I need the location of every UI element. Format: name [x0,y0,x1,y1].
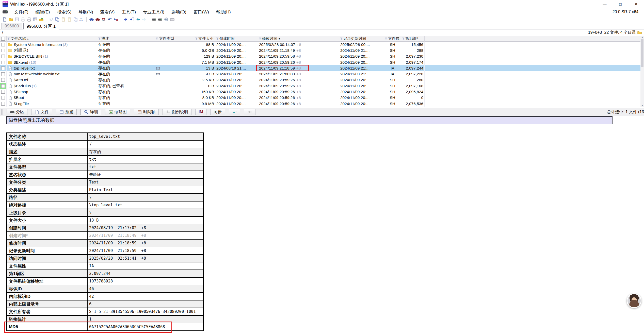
filter-funnel-icon[interactable] [195,38,198,40]
open-folder-icon[interactable] [8,16,14,22]
row-checkbox[interactable] [1,90,5,94]
maximize-button[interactable]: □ [613,0,628,8]
column-header-name[interactable]: 文件名称▲ [7,36,97,42]
filter-funnel-icon[interactable] [98,38,101,40]
filter-funnel-icon[interactable] [7,38,10,40]
menu-file[interactable]: 文件(F) [11,8,32,16]
menu-tools[interactable]: 工具(T) [118,8,139,16]
scrollbar-thumb[interactable] [641,39,643,67]
print-preview-icon[interactable] [20,16,26,22]
filter-funnel-icon[interactable] [340,38,343,40]
menu-specialist[interactable]: 专业工具(I) [139,8,168,16]
view-tab-detail[interactable]: 详细 [80,109,101,115]
menu-view[interactable]: 查看(V) [97,8,118,16]
annotation-box[interactable]: 磁盘快照后出现的数据 [6,116,613,124]
menu-navigation[interactable]: 导航(N) [75,8,97,16]
column-header-record_updated[interactable]: 记录更新时间 [339,36,384,42]
binary-copy-icon[interactable]: 101010 [78,16,85,22]
back-icon[interactable] [135,16,141,22]
avatar[interactable] [627,293,641,308]
column-header-created[interactable]: 创建时间 [215,36,258,42]
column-header-size[interactable]: 文件大小 [194,36,215,42]
export-icon[interactable] [38,16,44,22]
tab-996600-partition-1[interactable]: 996600, 分区 1 [23,23,59,29]
filter-funnel-icon[interactable] [216,38,219,40]
view-tab-preview[interactable]: 预览 [56,109,77,115]
scroll-up-icon[interactable]: ▲ [641,36,643,38]
toolbar-drag-handle[interactable] [1,109,3,115]
view-tab-im[interactable]: IM [195,109,206,115]
table-row[interactable]: $BadClus(1)存在的, 已查看0 B2024/11/09 20:...2… [0,83,640,89]
view-tab-partition[interactable]: 分区 [7,109,27,115]
select-all-checkbox[interactable] [1,37,5,41]
table-row[interactable]: $LogFile存在的9.9 MB2024/11/09 20:...2024/1… [0,101,640,107]
new-file-icon[interactable] [2,16,8,22]
interpret-image-icon[interactable] [151,16,157,22]
row-checkbox[interactable] [1,78,5,82]
table-row[interactable]: $RECYCLE.BIN(1)存在的129 B2024/11/09 20:...… [0,54,640,59]
table-row[interactable]: $Extend(13)存在的7.1 MB2024/11/09 20:...202… [0,59,640,65]
paste-clipboard-icon[interactable] [60,16,66,22]
filter-funnel-icon[interactable] [156,38,158,40]
scroll-down-icon[interactable]: ▼ [641,105,643,107]
copy-special-icon[interactable] [72,16,78,22]
menu-help[interactable]: 帮助(H) [213,8,234,16]
column-header-sector[interactable]: 第1扇区 [401,36,425,42]
menu-search[interactable]: 搜索(S) [53,8,75,16]
data-interpreter-icon[interactable] [163,16,169,22]
table-row[interactable]: top_level.txt存在的txt13 B2024/08/19 21:...… [0,65,640,71]
row-checkbox[interactable] [1,72,5,76]
search-again-icon[interactable] [94,16,101,22]
column-header-modified[interactable]: 修改时间▼ [258,36,339,42]
table-row[interactable]: (根目录)存在的5.0 GB2024/11/09 20:...2024/11/0… [0,47,640,53]
print-icon[interactable] [26,16,32,22]
row-checkbox[interactable] [1,96,5,99]
column-header-attr[interactable]: 文件属 [384,36,401,42]
view-tab-filter[interactable] [244,109,255,115]
undo-icon[interactable] [48,16,54,22]
filter-funnel-icon[interactable] [385,38,387,40]
menu-options[interactable]: 选项(O) [168,8,190,16]
hex-replace-icon[interactable]: AB [113,16,119,22]
hex-search-icon[interactable]: HEX [101,16,107,22]
row-checkbox[interactable] [1,61,5,64]
table-row[interactable]: $AttrDef存在的2.5 KB2024/11/09 20:...2024/1… [0,77,640,83]
goto-page-icon[interactable] [129,16,135,22]
view-tab-file[interactable]: 文件 [31,109,52,115]
row-checkbox[interactable] [1,102,5,106]
menu-window[interactable]: 窗口(W) [190,8,213,16]
row-checkbox[interactable] [1,55,5,58]
folder-icon[interactable] [637,30,642,35]
view-tab-squiggle[interactable] [229,109,240,115]
close-button[interactable]: ✕ [628,0,644,8]
filter-funnel-icon[interactable] [402,38,405,40]
view-tab-timeline[interactable]: 时间轴 [134,109,159,115]
save-icon[interactable] [14,16,20,22]
row-checkbox[interactable] [1,49,5,52]
text-find-icon[interactable]: A [107,16,113,22]
edit-report-icon[interactable] [32,16,38,22]
table-row[interactable]: $Boot存在的8.0 KB2024/11/09 20:...2024/11/0… [0,95,640,101]
minimize-button[interactable]: — [597,0,613,8]
table-row[interactable]: System Volume Information(3)存在的88 B2024/… [0,42,640,47]
goto-offset-icon[interactable] [123,16,129,22]
row-checkbox[interactable] [1,43,5,46]
table-row[interactable]: mmTest writable weixin.txt存在的txt47 B2024… [0,71,640,77]
paste-into-icon[interactable] [66,16,72,22]
virtual-keyboard-icon[interactable] [169,16,175,22]
view-tab-legend[interactable]: 图例说明 [163,109,191,115]
search-icon[interactable] [88,16,94,22]
tab-996600[interactable]: 996600 [1,23,22,29]
view-tab-sync[interactable]: 同步 [210,109,225,115]
row-checkbox[interactable] [1,84,5,88]
column-header-desc[interactable]: 描述 [97,36,155,42]
clone-disk-icon[interactable] [157,16,163,22]
filter-funnel-icon[interactable] [259,38,261,40]
forward-icon[interactable] [141,16,147,22]
column-header-type[interactable]: 文件类型 [155,36,194,42]
document-system-icon[interactable] [3,10,8,13]
vertical-scrollbar[interactable]: ▲ ▼ [640,36,644,107]
view-tab-thumbnail[interactable]: 缩略图 [105,109,130,115]
menu-edit[interactable]: 编辑(E) [32,8,54,16]
row-checkbox[interactable] [1,66,5,70]
